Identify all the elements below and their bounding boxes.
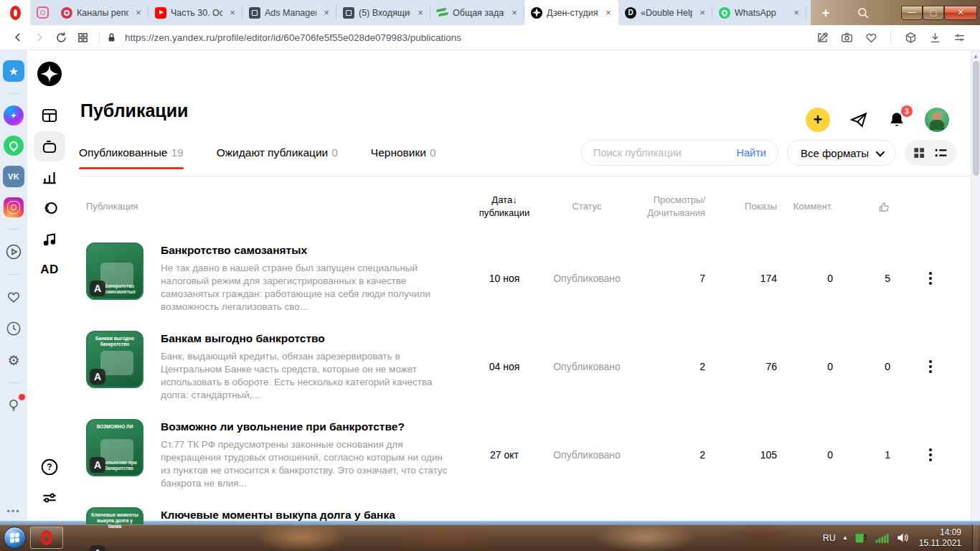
instagram-icon[interactable] (4, 197, 24, 217)
impressions-count: 76 (705, 361, 777, 372)
browser-tab[interactable]: Часть 30. Оста × (149, 0, 242, 25)
tab-close-icon[interactable]: × (415, 7, 426, 19)
page-scrollbar[interactable]: ▲ (971, 50, 980, 521)
scrollbar-up-arrow[interactable]: ▲ (973, 50, 979, 61)
list-view-button[interactable] (933, 145, 949, 161)
col-views[interactable]: Просмотры/ Дочитывания (633, 194, 705, 220)
downloads-button[interactable] (924, 27, 946, 47)
address-bar[interactable]: https://zen.yandex.ru/profile/editor/id/… (105, 32, 811, 44)
speaker-icon[interactable] (896, 532, 910, 544)
start-button[interactable] (4, 527, 26, 549)
forward-button[interactable] (29, 27, 50, 47)
publication-thumbnail[interactable]: Банкротство самозанятых A (86, 242, 143, 300)
row-menu-button[interactable] (925, 444, 936, 466)
publication-title[interactable]: Ключевые моменты выкупа долга у банка (161, 509, 451, 522)
easy-setup-button[interactable] (948, 27, 970, 47)
browser-tab[interactable]: (5) Входящие с × (336, 0, 430, 25)
vk-icon[interactable]: VK (3, 166, 24, 187)
publication-title[interactable]: Банкротство самозанятых (161, 244, 451, 257)
help-button[interactable]: ? (34, 452, 65, 482)
minimize-button[interactable]: — (901, 6, 923, 20)
row-menu-button[interactable] (925, 356, 936, 377)
new-tab-button[interactable]: + (816, 4, 835, 22)
tab-pending[interactable]: Ожидают публикации 0 (217, 146, 338, 169)
taskbar-clock[interactable]: 14:09 15.11.2021 (916, 527, 961, 549)
sidebar-item-statistics[interactable] (34, 162, 65, 192)
col-comments[interactable]: Коммент. (777, 200, 833, 213)
tab-close-icon[interactable]: × (697, 7, 708, 19)
browser-tab[interactable]: Общая задача × (430, 0, 524, 25)
sidebar-item-money[interactable] (34, 193, 65, 223)
create-publication-button[interactable]: + (806, 108, 830, 132)
col-likes[interactable] (833, 201, 890, 213)
history-button[interactable] (3, 318, 24, 339)
bookmark-button[interactable] (860, 27, 882, 47)
back-button[interactable] (7, 27, 29, 47)
maximize-button[interactable]: ▢ (923, 6, 944, 20)
workspace-button[interactable] (30, 0, 55, 25)
tab-close-icon[interactable]: × (791, 7, 802, 19)
zen-logo-icon[interactable] (34, 59, 65, 89)
grid-view-button[interactable] (912, 146, 926, 160)
tab-close-icon[interactable]: × (509, 7, 520, 19)
tips-button[interactable] (3, 395, 24, 416)
tray-expand-icon[interactable]: ▲ (842, 534, 848, 541)
taskbar-opera-button[interactable] (30, 527, 63, 549)
tab-search-button[interactable] (854, 4, 872, 22)
share-button[interactable] (849, 110, 869, 130)
publication-title[interactable]: Банкам выгодно банкротство (161, 332, 451, 345)
pinboard-button[interactable] (811, 27, 833, 47)
favorites-button[interactable] (3, 286, 24, 308)
tab-favicon (531, 7, 542, 19)
opera-logo-icon (10, 6, 21, 20)
settings-button[interactable]: ⚙ (3, 349, 24, 371)
wallet-button[interactable] (900, 27, 921, 47)
publication-thumbnail[interactable]: Банкам выгодно банкротство A (86, 331, 143, 388)
tab-title: Общая задача (453, 8, 504, 18)
browser-tab[interactable]: Ads Manager - × (242, 0, 336, 25)
sidebar-item-videos[interactable] (34, 131, 65, 161)
opera-menu-button[interactable] (0, 0, 30, 25)
browser-tab[interactable]: WhatsApp × (712, 0, 806, 25)
network-icon[interactable] (875, 532, 890, 544)
paper-plane-icon (849, 110, 869, 130)
whatsapp-icon[interactable] (4, 136, 24, 156)
search-submit-button[interactable]: Найти (737, 147, 766, 159)
browser-tab[interactable]: «Double Help» × (618, 0, 712, 25)
tab-close-icon[interactable]: × (321, 7, 332, 19)
search-input[interactable] (593, 147, 731, 159)
col-impressions[interactable]: Показы (705, 200, 777, 213)
battery-icon[interactable] (854, 532, 869, 544)
windows-taskbar: RU ▲ 14:09 15.11.2021 (0, 524, 980, 551)
player-button[interactable] (3, 241, 24, 263)
tab-close-icon[interactable]: × (603, 7, 614, 19)
thumbnail-caption-top: ВОЗМОЖНО ЛИ (90, 424, 139, 430)
publication-thumbnail[interactable]: ВОЗМОЖНО ЛИ ольнение при банкротстве A (86, 419, 143, 476)
scrollbar-thumb[interactable] (973, 61, 979, 176)
sidebar-item-feed[interactable] (34, 100, 65, 131)
sidebar-item-ad[interactable]: AD (34, 255, 65, 285)
channel-settings-button[interactable] (34, 483, 65, 513)
format-filter-dropdown[interactable]: Все форматы (787, 140, 896, 166)
publication-title[interactable]: Возможно ли увольнение при банкротстве? (161, 420, 451, 433)
row-menu-button[interactable] (925, 268, 936, 289)
avatar[interactable] (925, 108, 949, 132)
tab-close-icon[interactable]: × (227, 7, 238, 19)
tab-close-icon[interactable]: × (133, 7, 144, 19)
speed-dial-button[interactable] (72, 27, 93, 47)
tab-published[interactable]: Опубликованные 19 (79, 146, 184, 169)
speed-dial-star-icon[interactable]: ★ (3, 60, 24, 82)
browser-tab[interactable]: Дзен-студия | Д × (524, 0, 618, 25)
snapshot-button[interactable] (836, 27, 857, 47)
col-date-sort[interactable]: Дата↓ публикации (468, 194, 540, 220)
messenger-icon[interactable] (4, 105, 24, 126)
close-button[interactable]: ✕ (944, 6, 977, 20)
sidebar-more-icon[interactable]: ••• (6, 506, 21, 517)
browser-tab[interactable]: Каналы репост × (55, 0, 149, 25)
reload-button[interactable] (50, 27, 72, 47)
tab-drafts[interactable]: Черновики 0 (371, 146, 436, 169)
show-desktop-button[interactable] (972, 524, 979, 551)
sidebar-item-music[interactable] (34, 224, 65, 254)
notifications-button[interactable]: 3 (887, 110, 906, 129)
language-indicator[interactable]: RU (823, 533, 836, 543)
